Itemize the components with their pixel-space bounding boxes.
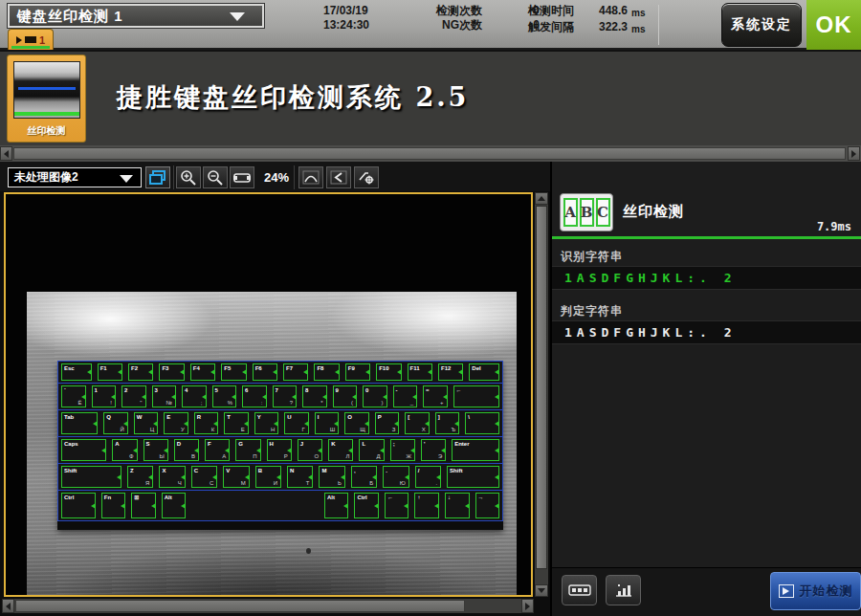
panel-bottom-bar: 开始检测 [552,567,861,616]
detection-box: PЗ [375,412,400,434]
scrollbar-thumb[interactable] [13,147,846,160]
zoom-in-icon [180,169,197,186]
zoom-in-button[interactable] [176,166,201,188]
keyboard-key: Alt [159,491,189,520]
system-settings-button[interactable]: 系统设定 [721,3,802,47]
thumbnail-blue-line [18,87,76,90]
detection-box: Fn [101,493,126,518]
detection-box: F3 [159,363,184,381]
scroll-down-button[interactable] [535,584,548,597]
zoom-out-button[interactable] [203,166,228,188]
camera-tab-label: 1 [39,34,45,46]
keyboard-key: Esc [58,362,95,383]
keyboard-key [188,491,321,520]
keyboard-key: PЗ [372,410,403,436]
inspect-time-value: 448.6 [578,4,628,20]
inspection-thumbnail-card[interactable]: 丝印检测 [7,55,86,143]
keyboard-key: ]Ъ [432,410,463,436]
header-horizontal-scrollbar[interactable] [0,145,861,162]
detection-box: \ [465,412,499,434]
camera-image-frame[interactable]: EscF1F2F3F4F5F6F7F8F9F10F11F12Del`Ё1!2"3… [4,192,533,597]
display-layout-button[interactable] [145,166,170,188]
keyboard-key: F12 [435,362,466,383]
keyboard-key: 2" [119,384,149,409]
keyboard-key: TЕ [221,410,252,436]
detection-box: LД [359,439,384,461]
scroll-left-button[interactable] [2,599,14,613]
thumbnail-green-line [14,112,79,116]
keyboard-key: VМ [220,464,252,490]
detection-box: ,Б [351,466,377,488]
detection-box: 4; [182,385,207,407]
layout-windows-icon [149,170,166,185]
keyboard-key: F9 [342,362,373,383]
detection-box: Del [469,363,499,381]
image-settings-button[interactable] [354,166,379,188]
detection-box: 1! [92,385,117,407]
detection-box: F8 [314,363,339,381]
image-source-dropdown[interactable]: 未处理图像2 [8,167,142,187]
keyboard-key: 1! [89,384,120,409]
detection-box: Ctrl [354,493,379,518]
detection-box: ↓ [445,493,470,518]
keyboard-key: 3№ [149,384,180,409]
detection-box: ↑ [414,493,439,518]
trigger-interval-label: 触发间隔 [528,20,578,36]
detection-box: F7 [283,363,308,381]
viewer-horizontal-scrollbar[interactable] [2,599,534,613]
detection-box: Shift [447,466,499,488]
zoom-out-icon [207,169,224,186]
keyboard-key: 6: [239,384,270,409]
scroll-right-button[interactable] [521,599,534,613]
start-inspection-button[interactable]: 开始检测 [770,572,861,610]
scroll-left-button[interactable] [0,146,12,161]
ocr-tool-icon: A B C [560,193,613,231]
image-history-button[interactable] [562,575,597,605]
keyboard-key: 5% [210,384,240,409]
keyboard-key: RК [191,410,222,436]
scrollbar-thumb[interactable] [536,206,547,569]
profile-display-button[interactable] [298,166,323,188]
keyboard-key: Shift [444,464,502,490]
statistics-button[interactable] [606,575,641,605]
detection-box: -_ [393,385,418,407]
keyboard-key: OЩ [342,410,372,436]
inspect-count-label: 检测次数 [402,4,482,18]
tool-name: 丝印检测 [623,203,684,221]
back-button[interactable] [326,166,351,188]
keyboard-key: ,Б [348,464,380,490]
arrow-left-icon [6,603,11,610]
processing-time: 7.9ms [817,220,851,233]
keyboard-key: [Х [402,410,432,436]
scroll-up-button[interactable] [535,192,548,205]
detection-box: Ctrl [61,493,96,518]
detection-box: UГ [284,412,309,434]
camera-tab-1[interactable]: 1 [8,29,54,50]
keyboard-key: 4; [179,384,210,409]
keyboard-key: 7? [270,384,300,409]
detection-box: BИ [255,466,281,488]
keyboard-key: F4 [188,362,218,383]
detection-box: 3№ [152,385,177,407]
divider [658,5,659,45]
judged-string-value: 1ASDFGHJKL:. 2 [552,320,861,344]
detection-box: AФ [112,439,137,461]
keyboard-key: .Ю [380,464,411,490]
viewer-vertical-scrollbar[interactable] [535,192,548,597]
keyboard-row: TabQЙWЦEУRКTЕYНUГIШOЩPЗ[Х]Ъ\ [57,409,503,437]
scroll-right-button[interactable] [848,146,860,161]
ok-status-button[interactable]: OK [806,0,861,50]
detection-box: JО [298,439,322,461]
gear-adjust-icon [358,170,375,185]
detection-box: `Ё [61,385,86,407]
keyboard-key: WЦ [131,410,162,436]
scrollbar-thumb[interactable] [15,600,465,612]
divider [294,165,295,189]
active-tab-underline [11,46,50,49]
keyboard-key: JО [295,437,325,463]
program-selector-dropdown[interactable]: 键盘丝印检测 1 [8,4,264,28]
detection-box: F2 [128,363,153,381]
fit-to-screen-button[interactable] [230,166,254,188]
detection-box: QЙ [103,412,128,434]
keyboard-key: Shift [58,464,124,490]
